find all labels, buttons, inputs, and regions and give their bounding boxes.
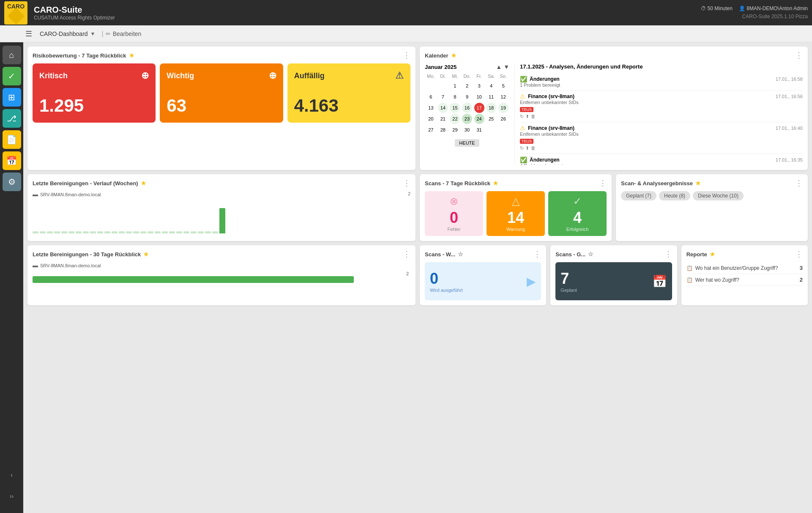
- cal-day-14[interactable]: 14: [438, 103, 448, 113]
- risk-important-value: 63: [167, 96, 276, 116]
- cal-day-9[interactable]: 9: [462, 92, 472, 102]
- calendar-prev-button[interactable]: ▲: [496, 63, 502, 70]
- cal-day-11[interactable]: 11: [486, 92, 496, 102]
- scans-w-more-icon[interactable]: ⋮: [533, 250, 541, 258]
- report-item-2[interactable]: 📋 Wer hat wo Zugriff? 2: [686, 274, 803, 286]
- sidebar-item-branch[interactable]: ⎇: [3, 109, 21, 128]
- sidebar-item-doc[interactable]: 📄: [3, 130, 21, 149]
- clearings-weekly-more-icon[interactable]: ⋮: [403, 179, 410, 187]
- cal-day-16[interactable]: 16: [462, 103, 472, 113]
- cal-day-18[interactable]: 18: [486, 103, 496, 113]
- cal-day-15[interactable]: 15: [450, 103, 460, 113]
- calendar-event-date: 17.1.2025 - Analysen, Änderungen und Rep…: [520, 63, 803, 70]
- edit-button[interactable]: ✏ Bearbeiten: [106, 30, 142, 37]
- report-item-1[interactable]: 📋 Wo hat ein Benutzer/Gruppe Zugriff? 3: [686, 262, 803, 274]
- cal-day-13[interactable]: 13: [426, 103, 436, 113]
- cal-day-10[interactable]: 10: [474, 92, 484, 102]
- analysis-more-icon[interactable]: ⋮: [795, 179, 803, 187]
- cal-day-24[interactable]: 24: [474, 114, 484, 124]
- delete-icon[interactable]: 🗑: [531, 114, 536, 119]
- tag-heute[interactable]: Heute (8): [659, 191, 690, 200]
- risk-box-important[interactable]: Wichtig ⊕ 63: [160, 63, 283, 123]
- tag-diese-woche[interactable]: Diese Woche (10): [693, 191, 744, 200]
- sidebar-item-grid[interactable]: ⊞: [3, 88, 21, 107]
- risk-critical-label: Kritisch ⊕: [39, 70, 149, 81]
- cal-event-2-title: Finance (srv-8man): [528, 93, 574, 99]
- scan-success-value: 4: [573, 209, 582, 227]
- cal-day-21[interactable]: 21: [438, 114, 448, 124]
- scans-w-box[interactable]: 0 Wird ausgeführt ▶: [425, 262, 541, 300]
- reports-more-icon[interactable]: ⋮: [795, 250, 803, 258]
- scan-box-success[interactable]: ✓ 4 Erfolgreich: [548, 191, 607, 236]
- cal-day-27[interactable]: 27: [426, 125, 436, 135]
- dashboard-nav[interactable]: CARO-Dashboard ▼: [36, 30, 100, 37]
- cal-day-30[interactable]: 30: [462, 125, 472, 135]
- cal-day-7[interactable]: 7: [438, 92, 448, 102]
- upload-icon[interactable]: ⬆: [525, 114, 529, 119]
- reports-list: 📋 Wo hat ein Benutzer/Gruppe Zugriff? 3 …: [686, 262, 803, 286]
- upload-icon-2[interactable]: ⬆: [525, 145, 529, 151]
- hamburger-icon[interactable]: ☰: [25, 29, 32, 38]
- tag-geplant[interactable]: Geplant (7): [621, 191, 656, 200]
- clearings-monthly-star-icon[interactable]: ★: [143, 251, 149, 258]
- cal-day-17-today[interactable]: 17: [474, 103, 484, 113]
- cal-day-5[interactable]: 5: [498, 81, 509, 91]
- refresh-icon-2[interactable]: ↻: [520, 145, 524, 151]
- cal-day-4[interactable]: 4: [486, 81, 496, 91]
- reports-star-icon[interactable]: ★: [710, 251, 715, 258]
- scans-g-more-icon[interactable]: ⋮: [664, 250, 672, 258]
- cal-event-3-time: 17.01., 16:40: [776, 126, 803, 131]
- analysis-star-icon[interactable]: ★: [695, 180, 701, 187]
- logo[interactable]: CARO: [4, 1, 27, 25]
- risk-star-icon[interactable]: ★: [129, 52, 134, 59]
- risk-box-critical[interactable]: Kritisch ⊕ 1.295: [33, 63, 156, 123]
- cal-day-20[interactable]: 20: [426, 114, 436, 124]
- cal-event-3-tag: TEUS: [520, 139, 533, 144]
- cal-day-25[interactable]: 25: [486, 114, 496, 124]
- cal-day-23[interactable]: 23: [462, 114, 472, 124]
- cal-event-2-time: 17.01., 16:56: [776, 94, 803, 99]
- sidebar-item-calendar[interactable]: 📅: [3, 151, 21, 170]
- bar-15: [133, 231, 139, 233]
- refresh-icon[interactable]: ↻: [520, 114, 524, 119]
- calendar-widget-header: Kalender ★ ⋮: [425, 52, 803, 59]
- calendar-more-icon[interactable]: ⋮: [795, 52, 803, 59]
- scans-g-star-icon[interactable]: ☆: [588, 251, 593, 258]
- bar-9: [90, 231, 96, 233]
- cal-day-empty: [486, 125, 496, 135]
- scans-more-icon[interactable]: ⋮: [599, 179, 607, 187]
- sidebar-item-settings[interactable]: ⚙: [3, 173, 21, 191]
- cal-day-3[interactable]: 3: [474, 81, 484, 91]
- risk-more-icon[interactable]: ⋮: [403, 52, 410, 59]
- cal-day-19[interactable]: 19: [498, 103, 509, 113]
- sidebar-item-home[interactable]: ⌂: [3, 46, 21, 64]
- cal-day-12[interactable]: 12: [498, 92, 509, 102]
- scans-star-icon[interactable]: ★: [493, 180, 498, 187]
- analysis-widget: Scan- & Analyseergebnisse ★ ⋮ Geplant (7…: [616, 174, 808, 241]
- cal-day-6[interactable]: 6: [426, 92, 436, 102]
- cal-day-8[interactable]: 8: [450, 92, 460, 102]
- risk-box-notable[interactable]: Auffällig ⚠ 4.163: [287, 63, 410, 123]
- scans-w-star-icon[interactable]: ☆: [458, 251, 463, 258]
- sidebar-item-collapse[interactable]: ‹: [3, 466, 21, 484]
- scan-box-warning[interactable]: △ 14 Warnung: [487, 191, 545, 236]
- cal-day-22[interactable]: 22: [450, 114, 460, 124]
- clearings-monthly-more-icon[interactable]: ⋮: [403, 250, 410, 258]
- scan-box-error[interactable]: ⊗ 0 Fehler: [425, 191, 483, 236]
- sidebar-item-check[interactable]: ✓: [3, 67, 21, 85]
- scans-g-box[interactable]: 7 Geplant 📅: [555, 262, 672, 300]
- delete-icon-2[interactable]: 🗑: [531, 145, 536, 151]
- calendar-next-button[interactable]: ▼: [503, 63, 509, 70]
- cal-day-1[interactable]: 1: [450, 81, 460, 91]
- cal-day-26[interactable]: 26: [498, 114, 509, 124]
- calendar-star-icon[interactable]: ★: [451, 52, 457, 59]
- cal-day-29[interactable]: 29: [450, 125, 460, 135]
- clearings-weekly-star-icon[interactable]: ★: [141, 180, 146, 187]
- today-button[interactable]: HEUTE: [455, 139, 479, 147]
- warning-icon: ⚠: [520, 93, 525, 100]
- cal-day-28[interactable]: 28: [438, 125, 448, 135]
- calendar-nav: ▲ ▼: [496, 63, 509, 70]
- cal-day-2[interactable]: 2: [462, 81, 472, 91]
- sidebar-item-expand[interactable]: ››: [3, 487, 21, 505]
- cal-day-31[interactable]: 31: [474, 125, 484, 135]
